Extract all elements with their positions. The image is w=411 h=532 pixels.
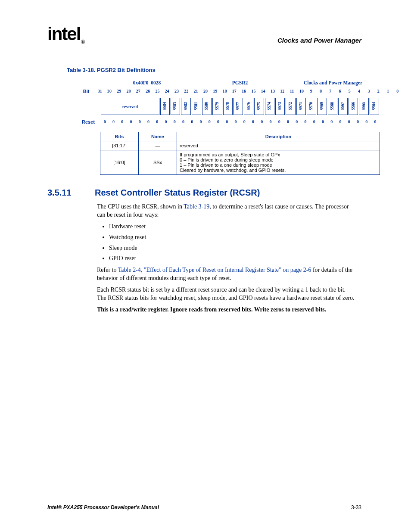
bit-number: 7 <box>326 88 335 94</box>
list-item: GPIO reset <box>109 255 355 263</box>
reset-value: 0 <box>249 117 257 127</box>
bit-field: SS70 <box>307 98 316 115</box>
reset-value: 0 <box>267 117 274 127</box>
bit-description-table: Bits Name Description [31:17] — reserved… <box>100 132 380 175</box>
bit-field: SS66 <box>349 98 358 115</box>
section-heading: 3.5.11Reset Controller Status Register (… <box>47 188 364 198</box>
bit-field: SS73 <box>275 98 285 115</box>
reg-module: Clocks and Power Manager <box>287 79 379 86</box>
page-header-section: Clocks and Power Manager <box>277 37 361 44</box>
bit-number: 16 <box>240 88 248 94</box>
bit-field: SS74 <box>265 98 274 115</box>
reset-value: 0 <box>179 117 187 127</box>
table-3-19-link[interactable]: Table 3-19 <box>184 203 209 210</box>
bit-field: SS81 <box>192 98 201 115</box>
reset-value: 0 <box>223 117 231 127</box>
footer-title: Intel® PXA255 Processor Developer's Manu… <box>47 504 159 510</box>
reset-value: 0 <box>328 117 336 127</box>
reset-value: 0 <box>363 117 371 127</box>
reset-value: 0 <box>206 117 213 127</box>
reset-value: 0 <box>319 117 327 127</box>
list-item: Hardware reset <box>109 223 355 231</box>
bit-number: 29 <box>115 88 123 94</box>
bit-field: SS77 <box>234 98 243 115</box>
reset-value: 0 <box>345 117 353 127</box>
bullet-list: Hardware resetWatchdog resetSleep modeGP… <box>97 223 355 263</box>
col-name: Name <box>139 132 177 141</box>
bit-number: 9 <box>307 88 315 94</box>
reset-value: 0 <box>127 117 135 127</box>
reset-value: 0 <box>101 117 109 127</box>
bit-number: 5 <box>345 88 354 94</box>
table-2-4-link[interactable]: Table 2-4, "Effect of Each Type of Reset… <box>118 267 311 273</box>
table-row: [16:0] SSx If programmed as an output, S… <box>100 150 380 175</box>
bit-number: 20 <box>201 88 210 94</box>
bit-number: 2 <box>374 88 383 94</box>
bit-number: 24 <box>163 88 171 94</box>
bit-number: 26 <box>143 88 152 94</box>
bit-number: 31 <box>96 88 104 94</box>
bit-number: 11 <box>287 88 296 94</box>
bit-field: SS76 <box>244 98 253 115</box>
bit-number: 17 <box>230 88 239 94</box>
bit-number: 3 <box>364 88 373 94</box>
reset-value: 0 <box>214 117 222 127</box>
table-row: [31:17] — reserved <box>100 141 380 150</box>
table-caption: Table 3-18. PGSR2 Bit Definitions <box>67 67 364 73</box>
bit-field: SS82 <box>181 98 190 115</box>
bit-number: 4 <box>355 88 364 94</box>
reset-value: 0 <box>232 117 240 127</box>
bit-field: SS71 <box>296 98 306 115</box>
reserved-field: reserved <box>101 98 159 115</box>
paragraph: The CPU uses the RCSR, shown in Table 3-… <box>97 203 355 219</box>
reset-value: 0 <box>275 117 283 127</box>
list-item: Sleep mode <box>109 244 355 252</box>
reset-value: 0 <box>310 117 318 127</box>
bit-number: 12 <box>278 88 286 94</box>
bit-field: SS65 <box>359 98 368 115</box>
reset-value: 0 <box>118 117 126 127</box>
reg-name: PGSR2 <box>194 79 286 86</box>
bit-number: 18 <box>220 88 229 94</box>
reset-value: 0 <box>144 117 152 127</box>
bit-field: SS72 <box>286 98 295 115</box>
reset-value: 0 <box>354 117 361 127</box>
paragraph-rw-note: This is a read/write register. Ignore re… <box>97 306 355 314</box>
bit-number: 14 <box>259 88 268 94</box>
bit-number: 27 <box>134 88 143 94</box>
reset-value: 0 <box>109 117 117 127</box>
bit-number: 0 <box>393 88 402 94</box>
bit-field: SS64 <box>370 98 379 115</box>
bit-number: 15 <box>249 88 258 94</box>
reg-address: 0x40F0_0028 <box>101 79 193 86</box>
reset-value: 0 <box>302 117 309 127</box>
bit-number: 22 <box>182 88 190 94</box>
bit-field: SS67 <box>338 98 348 115</box>
bit-number: 10 <box>297 88 306 94</box>
bit-field: SS69 <box>317 98 327 115</box>
reset-value: 0 <box>371 117 379 127</box>
bit-number: 6 <box>336 88 344 94</box>
reset-value: 0 <box>293 117 301 127</box>
col-desc: Description <box>177 132 380 141</box>
reset-value: 0 <box>171 117 178 127</box>
reset-value: 0 <box>153 117 161 127</box>
bit-field: SS78 <box>223 98 233 115</box>
bit-field: SS75 <box>254 98 264 115</box>
reset-value: 0 <box>188 117 196 127</box>
footer-page: 3-33 <box>351 504 361 510</box>
reset-value: 0 <box>284 117 292 127</box>
bit-row-label: Bit <box>75 89 95 94</box>
bit-number: 25 <box>153 88 162 94</box>
bit-field: SS84 <box>160 98 170 115</box>
reset-value: 0 <box>197 117 205 127</box>
reset-row-label: Reset <box>75 119 100 124</box>
reset-value: 0 <box>136 117 143 127</box>
bit-number: 28 <box>124 88 133 94</box>
bit-field: SS80 <box>202 98 212 115</box>
list-item: Watchdog reset <box>109 233 355 242</box>
bit-number: 30 <box>105 88 114 94</box>
bit-number: 23 <box>172 88 181 94</box>
paragraph: Refer to Table 2-4, "Effect of Each Type… <box>97 266 355 283</box>
paragraph: Each RCSR status bit is set by a differe… <box>97 286 355 302</box>
